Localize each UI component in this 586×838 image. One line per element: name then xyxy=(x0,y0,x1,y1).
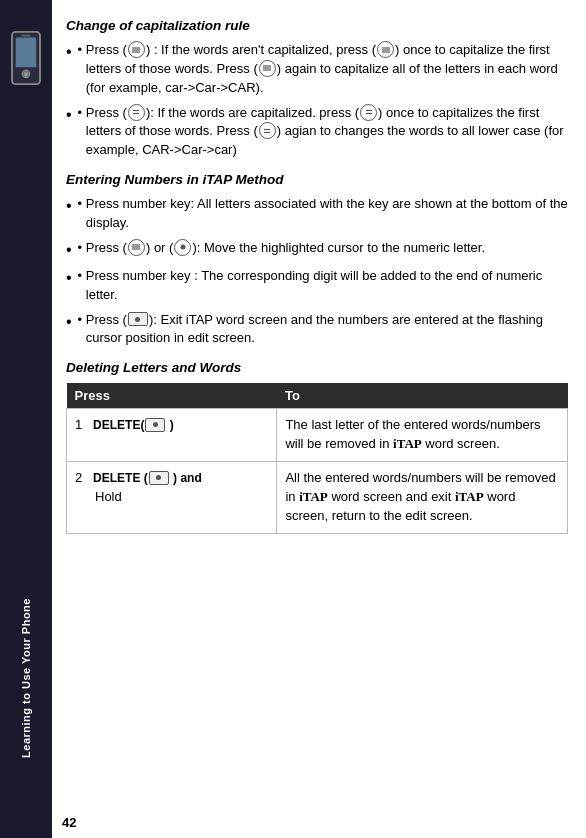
itap-word3: iTAP xyxy=(455,489,484,504)
circle-icon-small1 xyxy=(128,104,145,121)
numbers-section: Entering Numbers in iTAP Method • Press … xyxy=(66,172,568,348)
sidebar-text-container: Learning to Use Your Phone xyxy=(0,578,52,778)
num-bullet-2: Press () or (): Move the highlighted cur… xyxy=(86,239,485,258)
num-bullet-4: Press (): Exit iTAP word screen and the … xyxy=(86,311,568,349)
list-item: • Press number key: All letters associat… xyxy=(66,195,568,233)
circle-icon-lines xyxy=(128,41,145,58)
bullet-marker: • xyxy=(78,311,86,330)
svg-rect-1 xyxy=(16,37,37,67)
row-number: 1 xyxy=(75,417,89,432)
hold-label: Hold xyxy=(95,489,122,504)
table-header-row: Press To xyxy=(67,383,568,409)
table-row: 1 DELETE( ) The last letter of the enter… xyxy=(67,409,568,462)
bullet-marker: • xyxy=(78,195,86,214)
bullet-marker: • xyxy=(78,104,86,123)
main-content: Change of capitalization rule • Press ()… xyxy=(52,0,586,838)
num-bullet-1: Press number key: All letters associated… xyxy=(86,195,568,233)
cap-bullet-1-text: Press () : If the words aren't capitaliz… xyxy=(86,41,568,98)
circle-icon-nav1 xyxy=(128,239,145,256)
key-icon-dot xyxy=(128,312,148,326)
sidebar-label: Learning to Use Your Phone xyxy=(20,598,32,758)
deleting-section: Deleting Letters and Words Press To 1 DE… xyxy=(66,360,568,533)
list-item: • Press (): If the words are capitalized… xyxy=(66,104,568,161)
delete-key-paren1: ) xyxy=(166,418,173,432)
press-cell-2: 2 DELETE ( ) and Hold xyxy=(67,462,277,534)
table-row: 2 DELETE ( ) and Hold All the entered wo… xyxy=(67,462,568,534)
to-text-1: The last letter of the entered words/num… xyxy=(285,417,540,451)
page-number: 42 xyxy=(62,815,76,830)
delete-key-1: DELETE( xyxy=(93,418,144,432)
phone-icon: i xyxy=(8,30,44,86)
to-cell-2: All the entered words/numbers will be re… xyxy=(277,462,568,534)
deleting-title: Deleting Letters and Words xyxy=(66,360,568,375)
capitalization-bullets: • Press () : If the words aren't capital… xyxy=(66,41,568,160)
delete-key-paren2: ) and xyxy=(170,471,202,485)
to-header: To xyxy=(277,383,568,409)
press-header: Press xyxy=(67,383,277,409)
list-item: • Press number key : The corresponding d… xyxy=(66,267,568,305)
itap-word2: iTAP xyxy=(299,489,328,504)
itap-word1: iTAP xyxy=(393,436,422,451)
bullet-marker: • xyxy=(78,239,86,258)
row-number2: 2 xyxy=(75,470,89,485)
circle-icon-small3 xyxy=(259,122,276,139)
num-bullet-3: Press number key : The corresponding dig… xyxy=(86,267,568,305)
bullet-marker: • xyxy=(78,267,86,286)
sidebar: i Learning to Use Your Phone xyxy=(0,0,52,838)
circle-icon-lines2 xyxy=(377,41,394,58)
key-icon-dot3 xyxy=(149,471,169,485)
capitalization-section: Change of capitalization rule • Press ()… xyxy=(66,18,568,160)
svg-point-24 xyxy=(180,245,185,250)
numbers-bullets: • Press number key: All letters associat… xyxy=(66,195,568,348)
circle-icon-small2 xyxy=(360,104,377,121)
key-icon-dot2 xyxy=(145,418,165,432)
list-item: • Press (): Exit iTAP word screen and th… xyxy=(66,311,568,349)
svg-rect-3 xyxy=(21,35,30,37)
delete-key-2: DELETE ( xyxy=(93,471,148,485)
numbers-title: Entering Numbers in iTAP Method xyxy=(66,172,568,187)
capitalization-title: Change of capitalization rule xyxy=(66,18,568,33)
to-text-2: All the entered words/numbers will be re… xyxy=(285,470,555,523)
delete-table: Press To 1 DELETE( ) The last letter of … xyxy=(66,383,568,533)
circle-icon-nav2 xyxy=(174,239,191,256)
cap-bullet-2-text: Press (): If the words are capitalized. … xyxy=(86,104,568,161)
list-item: • Press () : If the words aren't capital… xyxy=(66,41,568,98)
bullet-marker: • xyxy=(78,41,86,60)
press-cell-1: 1 DELETE( ) xyxy=(67,409,277,462)
circle-icon-lines3 xyxy=(259,60,276,77)
to-cell-1: The last letter of the entered words/num… xyxy=(277,409,568,462)
list-item: • Press () or (): Move the highlighted c… xyxy=(66,239,568,261)
